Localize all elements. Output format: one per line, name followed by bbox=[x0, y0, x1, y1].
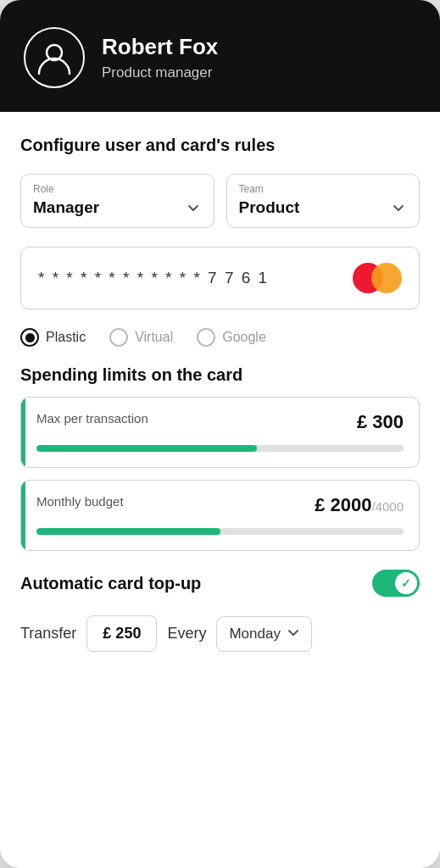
topup-title: Automatic card top-up bbox=[20, 574, 201, 593]
radio-virtual-label: Virtual bbox=[135, 330, 173, 345]
max-transaction-label: Max per transaction bbox=[36, 411, 148, 426]
spending-title: Spending limits on the card bbox=[20, 365, 420, 385]
mastercard-icon bbox=[353, 263, 402, 293]
avatar bbox=[24, 27, 85, 88]
dropdowns-row: Role Manager Team Product bbox=[20, 174, 420, 228]
team-value: Product bbox=[239, 198, 300, 217]
role-dropdown[interactable]: Role Manager bbox=[20, 174, 214, 228]
max-transaction-progress-fill bbox=[36, 445, 257, 452]
radio-google-outer bbox=[197, 328, 215, 347]
monthly-budget-currency: £ bbox=[315, 494, 325, 515]
radio-plastic[interactable]: Plastic bbox=[20, 328, 86, 347]
max-transaction-top: Max per transaction £ 300 bbox=[36, 411, 404, 433]
user-role: Product manager bbox=[102, 64, 218, 81]
role-value: Manager bbox=[33, 198, 99, 217]
radio-google[interactable]: Google bbox=[197, 328, 266, 347]
monthly-budget-total: /4000 bbox=[371, 499, 404, 514]
topup-toggle[interactable]: ✓ bbox=[372, 570, 420, 597]
main-card: Robert Fox Product manager Configure use… bbox=[0, 0, 440, 868]
card-number: * * * * * * * * * * * * 7 7 6 1 bbox=[38, 269, 269, 287]
transfer-label: Transfer bbox=[20, 625, 76, 643]
transfer-amount[interactable]: £ 250 bbox=[86, 615, 157, 652]
header-text: Robert Fox Product manager bbox=[102, 34, 218, 81]
max-transaction-progress-bg bbox=[36, 445, 404, 452]
role-label: Role bbox=[33, 183, 202, 195]
monthly-budget-amount: 2000 bbox=[331, 494, 372, 515]
team-dropdown[interactable]: Team Product bbox=[226, 174, 421, 228]
toggle-check-icon: ✓ bbox=[401, 576, 411, 590]
role-chevron-icon bbox=[185, 199, 202, 216]
monthly-budget-card: Monthly budget £ 2000/4000 bbox=[20, 480, 420, 551]
max-transaction-card: Max per transaction £ 300 bbox=[20, 397, 420, 468]
team-chevron-icon bbox=[390, 199, 407, 216]
radio-virtual-outer bbox=[109, 328, 128, 347]
mc-yellow-circle bbox=[371, 263, 402, 293]
transfer-row: Transfer £ 250 Every Monday bbox=[20, 615, 420, 652]
monthly-budget-progress-fill bbox=[36, 528, 220, 535]
radio-plastic-inner bbox=[25, 333, 35, 342]
monthly-budget-top: Monthly budget £ 2000/4000 bbox=[36, 494, 404, 516]
max-transaction-currency: £ bbox=[357, 411, 367, 432]
radio-plastic-outer bbox=[20, 328, 39, 347]
monthly-budget-progress-bg bbox=[36, 528, 404, 535]
role-value-row: Manager bbox=[33, 198, 202, 217]
user-header: Robert Fox Product manager bbox=[0, 0, 440, 112]
card-type-radio-group: Plastic Virtual Google bbox=[20, 328, 420, 347]
every-label: Every bbox=[167, 625, 206, 643]
max-transaction-value: £ 300 bbox=[357, 411, 404, 433]
configure-title: Configure user and card's rules bbox=[20, 136, 420, 155]
radio-plastic-label: Plastic bbox=[46, 330, 86, 345]
day-chevron-icon bbox=[287, 626, 299, 643]
card-number-box: * * * * * * * * * * * * 7 7 6 1 bbox=[20, 247, 420, 309]
monthly-budget-label: Monthly budget bbox=[36, 494, 124, 509]
main-content: Configure user and card's rules Role Man… bbox=[0, 112, 440, 679]
toggle-knob: ✓ bbox=[395, 572, 417, 594]
monthly-budget-value: £ 2000/4000 bbox=[315, 494, 404, 516]
day-value: Monday bbox=[229, 626, 280, 643]
topup-row: Automatic card top-up ✓ bbox=[20, 570, 420, 597]
team-value-row: Product bbox=[239, 198, 408, 217]
radio-virtual[interactable]: Virtual bbox=[109, 328, 173, 347]
day-select[interactable]: Monday bbox=[216, 616, 311, 652]
team-label: Team bbox=[239, 183, 408, 195]
spending-section: Spending limits on the card Max per tran… bbox=[20, 365, 420, 551]
radio-google-label: Google bbox=[222, 330, 266, 345]
user-name: Robert Fox bbox=[102, 34, 218, 60]
max-transaction-amount: 300 bbox=[372, 411, 404, 432]
